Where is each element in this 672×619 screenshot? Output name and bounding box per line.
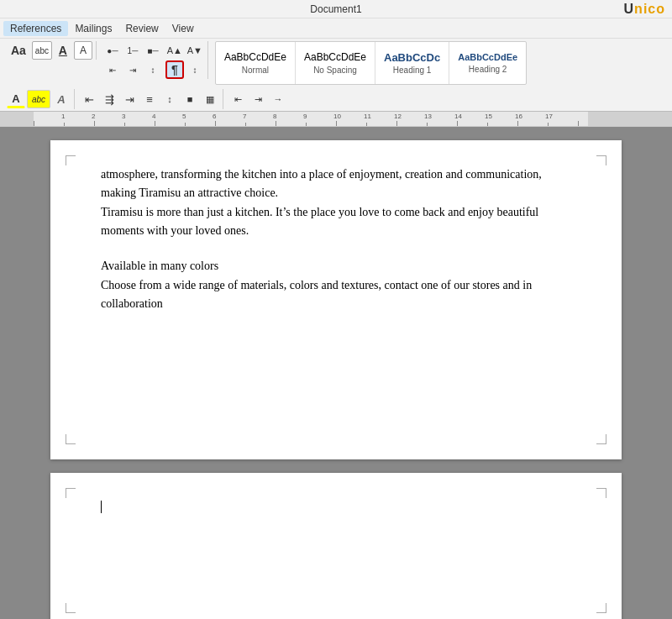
- align-justify-btn[interactable]: ≡: [140, 90, 159, 108]
- style-no-spacing[interactable]: AaBbCcDdEe No Spacing: [296, 42, 375, 84]
- menu-references[interactable]: References: [3, 21, 68, 36]
- unico-logo: Unico: [624, 2, 665, 17]
- menu-review[interactable]: Review: [118, 21, 165, 36]
- page-2: [50, 473, 622, 619]
- sort-btn[interactable]: ↕: [144, 60, 162, 79]
- menu-mailings[interactable]: Mailings: [68, 21, 118, 36]
- list-group: ●─ 1─ ■─ ⇤ ⇥ ↕ A▲ A▼ ¶ ↕: [100, 41, 208, 79]
- indent2-decrease-btn[interactable]: ⇤: [228, 90, 247, 108]
- style-heading2-preview: AaBbCcDdEe: [458, 52, 517, 63]
- ribbon-row2: A abc A ⇤ ⇶ ⇥ ≡ ↕ ■ ▦ ⇤ ⇥ →: [0, 87, 672, 111]
- highlight-btn[interactable]: abc: [27, 90, 50, 108]
- para-2: Tiramisu is more than just a kitchen. It…: [101, 203, 571, 241]
- corner-bl: [66, 434, 76, 444]
- abc-btn[interactable]: abc: [32, 41, 52, 60]
- indent-decrease-btn[interactable]: ⇤: [103, 60, 122, 79]
- borders-btn[interactable]: ▦: [201, 90, 219, 108]
- align-left-btn[interactable]: ⇤: [80, 90, 98, 108]
- shading-btn[interactable]: ■: [181, 90, 199, 108]
- font-a-btn[interactable]: A: [54, 41, 72, 60]
- page2-corner-tl: [66, 488, 76, 498]
- pilcrow-btn[interactable]: ¶: [165, 60, 184, 79]
- page2-corner-bl: [66, 603, 76, 613]
- line-spacing-btn[interactable]: ↕: [160, 90, 179, 108]
- align-right-btn[interactable]: ⇥: [120, 90, 139, 108]
- number-list-btn[interactable]: 1─: [123, 41, 142, 60]
- title-bar: Document1 Unico: [0, 0, 672, 18]
- arrows-btn[interactable]: →: [269, 90, 287, 108]
- ribbon: Aa abc A A ●─ 1─ ■─ ⇤ ⇥ ↕ A▲: [0, 39, 672, 112]
- menu-bar: References Mailings Review View: [0, 18, 672, 39]
- style-normal-label: Normal: [242, 66, 269, 75]
- font-size-large-btn[interactable]: Aa: [7, 41, 30, 60]
- font-color-group: A abc A: [3, 89, 75, 109]
- logo-u: U: [624, 2, 635, 16]
- page2-content[interactable]: [101, 498, 571, 517]
- corner-tr: [596, 155, 606, 165]
- page-1: atmosphere, transforming the kitchen int…: [50, 140, 622, 459]
- font-special-btn[interactable]: A: [52, 90, 71, 108]
- style-heading2-label: Heading 2: [469, 65, 507, 74]
- menu-view[interactable]: View: [165, 21, 201, 36]
- text-size-up-btn[interactable]: A▲: [165, 41, 184, 60]
- bullet-list-btn[interactable]: ●─: [103, 41, 122, 60]
- document-title: Document1: [310, 3, 361, 15]
- para-4: Choose from a wide range of materials, c…: [101, 276, 571, 314]
- page1-content[interactable]: atmosphere, transforming the kitchen int…: [101, 165, 571, 313]
- indent-increase-btn[interactable]: ⇥: [123, 60, 142, 79]
- style-heading2[interactable]: AaBbCcDdEe Heading 2: [449, 42, 526, 84]
- corner-tl: [66, 155, 76, 165]
- style-heading1-preview: AaBbCcDc: [384, 51, 440, 65]
- para-1: atmosphere, transforming the kitchen int…: [101, 165, 571, 203]
- align-center-btn[interactable]: ⇶: [100, 90, 118, 108]
- style-no-spacing-label: No Spacing: [313, 66, 357, 75]
- document-area: atmosphere, transforming the kitchen int…: [0, 127, 672, 619]
- style-gallery: AaBbCcDdEe Normal AaBbCcDdEe No Spacing …: [215, 41, 527, 85]
- style-heading1-label: Heading 1: [393, 66, 432, 75]
- align-group: ⇤ ⇶ ⇥ ≡ ↕ ■ ▦: [76, 89, 223, 109]
- style-heading1[interactable]: AaBbCcDc Heading 1: [375, 42, 449, 84]
- font-size-group: Aa abc A A: [3, 41, 97, 60]
- indent2-increase-btn[interactable]: ⇥: [249, 90, 267, 108]
- text-cursor: [101, 501, 105, 513]
- font-color-btn[interactable]: A: [7, 90, 25, 108]
- para-3: Available in many colors: [101, 257, 571, 275]
- page2-corner-tr: [596, 488, 606, 498]
- multi-list-btn[interactable]: ■─: [144, 41, 162, 60]
- sort2-btn[interactable]: ↕: [186, 60, 204, 79]
- text-size-down-btn[interactable]: A▼: [186, 41, 204, 60]
- ruler: 1234567891011121314151617: [0, 112, 672, 127]
- style-normal-preview: AaBbCcDdEe: [224, 51, 286, 63]
- ruler-inner: 1234567891011121314151617: [0, 112, 672, 126]
- style-normal[interactable]: AaBbCcDdEe Normal: [216, 42, 296, 84]
- corner-br: [596, 434, 606, 444]
- font-a2-btn[interactable]: A: [74, 41, 92, 60]
- indent2-group: ⇤ ⇥ →: [225, 89, 291, 109]
- style-no-spacing-preview: AaBbCcDdEe: [304, 51, 366, 63]
- blank-line-1: [101, 241, 571, 258]
- page2-corner-br: [596, 603, 606, 613]
